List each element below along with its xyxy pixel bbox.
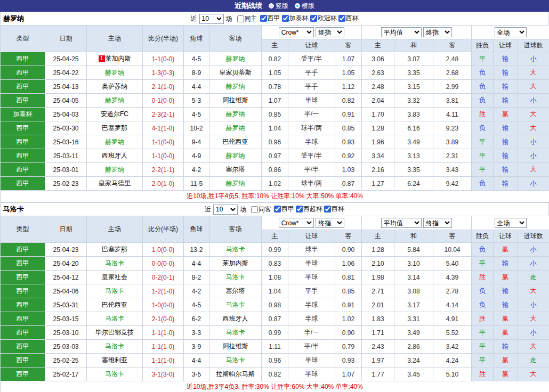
home-team-cell[interactable]: 赫罗纳 bbox=[87, 163, 143, 177]
avg-home-cell: 3.34 bbox=[362, 149, 394, 163]
layout-horizontal-radio[interactable]: 横版 bbox=[295, 2, 314, 11]
league-checkbox[interactable]: 西超杯 bbox=[294, 205, 322, 214]
score-cell[interactable]: 2-1(1-0) bbox=[143, 80, 184, 94]
away-team-cell[interactable]: 赫罗纳 bbox=[209, 108, 262, 121]
home-team-cell[interactable]: 巴伦西亚 bbox=[87, 298, 143, 312]
away-team-cell[interactable]: 赫罗纳 bbox=[209, 121, 262, 135]
league-checkbox-input[interactable] bbox=[324, 206, 331, 213]
away-team-cell[interactable]: 阿拉维斯 bbox=[209, 340, 262, 354]
league-checkbox-input[interactable] bbox=[310, 15, 317, 22]
home-team-cell[interactable]: 马洛卡 bbox=[87, 312, 143, 326]
score-cell[interactable]: 1-0(0-0) bbox=[143, 298, 184, 312]
away-team-cell[interactable]: 赫罗纳 bbox=[209, 177, 262, 191]
home-team-cell[interactable]: 安道尔FC bbox=[87, 108, 143, 121]
away-team-cell[interactable]: 马洛卡 bbox=[209, 271, 262, 284]
score-cell[interactable]: 1-3(0-3) bbox=[143, 66, 184, 80]
league-checkbox[interactable]: 西甲 bbox=[259, 14, 280, 23]
away-team-cell[interactable]: 赫罗纳 bbox=[209, 149, 262, 163]
away-team-cell[interactable]: 马洛卡 bbox=[209, 326, 262, 340]
home-team-cell[interactable]: 马洛卡 bbox=[87, 284, 143, 298]
away-team-cell[interactable]: 塞尔塔 bbox=[209, 284, 262, 298]
score-cell[interactable]: 4-1(1-0) bbox=[143, 121, 184, 135]
league-checkbox[interactable]: 欧冠杯 bbox=[309, 14, 337, 23]
away-team-cell[interactable]: 马洛卡 bbox=[209, 243, 262, 257]
result-cell: 平 bbox=[472, 135, 494, 149]
home-team-cell[interactable]: 马洛卡 bbox=[87, 340, 143, 354]
score-cell[interactable]: 2-3(2-1) bbox=[143, 108, 184, 121]
home-team-cell[interactable]: 马洛卡 bbox=[87, 257, 143, 271]
home-team-cell[interactable]: 马洛卡 bbox=[87, 368, 143, 381]
odds-company-select[interactable]: Crow* bbox=[279, 27, 314, 37]
home-team-cell[interactable]: 1莱加内斯 bbox=[87, 52, 143, 66]
score-cell[interactable]: 1-1(0-0) bbox=[143, 52, 184, 66]
away-team-cell[interactable]: 阿拉维斯 bbox=[209, 94, 262, 108]
scope-select[interactable]: 全场 bbox=[495, 27, 527, 37]
recent-count-select[interactable]: 10 bbox=[199, 14, 224, 24]
score-cell[interactable]: 2-2(1-1) bbox=[143, 163, 184, 177]
avg-draw-cell: 6.16 bbox=[394, 121, 433, 135]
away-team-cell[interactable]: 西班牙人 bbox=[209, 312, 262, 326]
away-team-cell[interactable]: 赫罗纳 bbox=[209, 52, 262, 66]
avg-odds-stage-select[interactable]: 终指 bbox=[423, 27, 452, 37]
away-team-cell[interactable]: 拉斯帕尔马斯 bbox=[209, 368, 262, 381]
home-team-cell[interactable]: 皇家社会 bbox=[87, 271, 143, 284]
avg-odds-stage-select[interactable]: 终指 bbox=[423, 218, 452, 228]
avg-odds-select[interactable]: 平均值 bbox=[381, 218, 422, 228]
league-checkbox-input[interactable] bbox=[338, 15, 345, 22]
odds-company-stage-select[interactable]: 终指 bbox=[316, 218, 344, 228]
avg-odds-select[interactable]: 平均值 bbox=[381, 27, 422, 37]
home-team-cell[interactable]: 赫罗纳 bbox=[87, 94, 143, 108]
score-cell[interactable]: 3-1(3-0) bbox=[143, 368, 184, 381]
score-cell[interactable]: 1-1(0-0) bbox=[143, 149, 184, 163]
away-team-cell[interactable]: 赫罗纳 bbox=[209, 80, 262, 94]
recent-count-select[interactable]: 10 bbox=[213, 205, 238, 215]
score-cell[interactable]: 0-2(0-1) bbox=[143, 271, 184, 284]
same-venue-checkbox-input[interactable] bbox=[237, 15, 244, 22]
col-odds-away: 客 bbox=[335, 39, 362, 52]
score-cell[interactable]: 1-2(1-0) bbox=[143, 284, 184, 298]
league-checkbox[interactable]: 西杯 bbox=[337, 14, 359, 23]
league-checkbox-input[interactable] bbox=[274, 206, 281, 213]
league-checkbox[interactable]: 加泰杯 bbox=[280, 14, 309, 23]
same-venue-checkbox[interactable]: 同主 bbox=[236, 14, 257, 23]
home-team-cell[interactable]: 赫罗纳 bbox=[87, 66, 143, 80]
home-team-cell[interactable]: 赫罗纳 bbox=[87, 135, 143, 149]
team-section: 马洛卡 近 10 场 同客 西甲西超杯西杯 bbox=[0, 202, 549, 392]
home-team-cell[interactable]: 塞维利亚 bbox=[87, 354, 143, 368]
away-team-cell[interactable]: 皇家贝蒂斯 bbox=[209, 66, 262, 80]
layout-vertical-radio[interactable]: 竖版 bbox=[269, 2, 288, 11]
same-venue-checkbox[interactable]: 同客 bbox=[249, 205, 271, 214]
score-cell[interactable]: 2-0(1-0) bbox=[143, 177, 184, 191]
score-cell[interactable]: 1-1(1-0) bbox=[143, 340, 184, 354]
odds-company-select[interactable]: Crow* bbox=[279, 218, 314, 228]
home-team-cell[interactable]: 巴塞罗那 bbox=[87, 243, 143, 257]
home-team-cell[interactable]: 毕尔巴鄂竞技 bbox=[87, 326, 143, 340]
home-team-cell[interactable]: 西班牙人 bbox=[87, 149, 143, 163]
same-venue-checkbox-input[interactable] bbox=[251, 206, 258, 213]
home-team-cell[interactable]: 皇家马德里 bbox=[87, 177, 143, 191]
league-checkbox[interactable]: 西杯 bbox=[322, 205, 344, 214]
odds-company-stage-select[interactable]: 终指 bbox=[316, 27, 344, 37]
score-cell[interactable]: 0-0(0-0) bbox=[143, 257, 184, 271]
away-team-cell[interactable]: 塞尔塔 bbox=[209, 163, 262, 177]
score-cell[interactable]: 1-1(0-0) bbox=[143, 135, 184, 149]
topbar: 近期战绩 竖版 横版 bbox=[0, 0, 549, 12]
score-cell[interactable]: 1-1(1-0) bbox=[143, 326, 184, 340]
league-checkbox-input[interactable] bbox=[260, 15, 267, 22]
league-checkbox-input[interactable] bbox=[296, 206, 303, 213]
away-team-cell[interactable]: 马洛卡 bbox=[209, 354, 262, 368]
score-cell[interactable]: 0-1(0-0) bbox=[143, 94, 184, 108]
away-team-cell[interactable]: 马洛卡 bbox=[209, 298, 262, 312]
score-cell[interactable]: 1-0(0-0) bbox=[143, 243, 184, 257]
score-cell[interactable]: 2-1(0-0) bbox=[143, 312, 184, 326]
league-checkbox[interactable]: 西甲 bbox=[272, 205, 294, 214]
handicap-result-cell: 赢 bbox=[494, 271, 518, 284]
away-team-cell[interactable]: 巴伦西亚 bbox=[209, 135, 262, 149]
scope-select[interactable]: 全场 bbox=[495, 218, 527, 228]
home-team-cell[interactable]: 巴塞罗那 bbox=[87, 121, 143, 135]
corner-cell: 4-9 bbox=[184, 149, 209, 163]
home-team-cell[interactable]: 奥萨苏纳 bbox=[87, 80, 143, 94]
score-cell[interactable]: 1-1(1-0) bbox=[143, 354, 184, 368]
league-checkbox-input[interactable] bbox=[282, 15, 289, 22]
away-team-cell[interactable]: 莱加内斯 bbox=[209, 257, 262, 271]
